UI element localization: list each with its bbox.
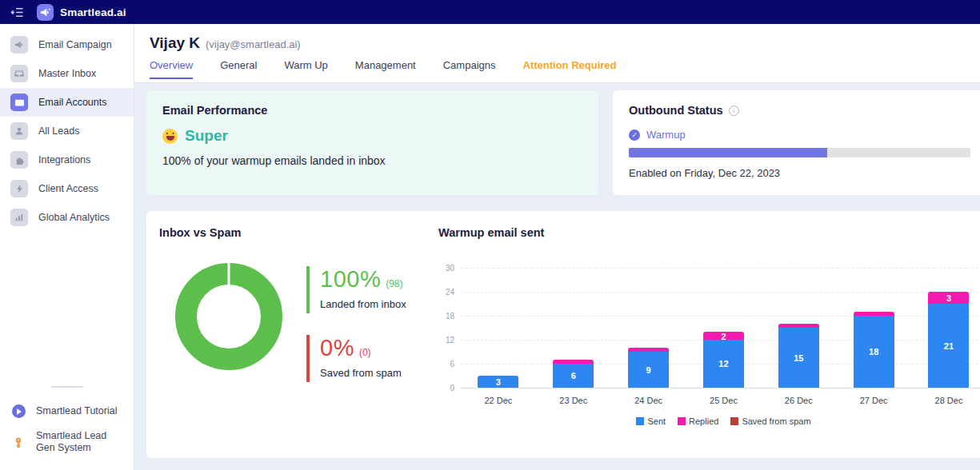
inbox-vs-spam-section: Inbox vs Spam 100%(98)Landed from inbox0… (159, 226, 427, 458)
sent-segment: 6 (553, 364, 594, 388)
sidebar-divider (51, 386, 83, 388)
megaphone-icon (10, 36, 28, 54)
sidebar-item-integrations[interactable]: Integrations (0, 145, 134, 174)
y-axis-tick: 30 (432, 264, 454, 273)
sidebar-item-email-accounts[interactable]: Email Accounts (0, 88, 134, 117)
sidebar-nav: Email CampaignMaster InboxEmail Accounts… (0, 30, 134, 232)
sidebar-item-global-analytics[interactable]: Global Analytics (0, 203, 134, 232)
y-axis-tick: 24 (432, 288, 454, 297)
replied-segment: 3 (928, 292, 969, 304)
lead-gen-icon (11, 435, 26, 449)
inbox-vs-spam-donut-chart (175, 263, 282, 370)
stat-landed-from-inbox: 100%(98)Landed from inbox (306, 266, 406, 313)
email-performance-title: Email Performance (162, 104, 582, 117)
stat-count: (0) (359, 347, 371, 358)
account-header: Vijay K (vijay@smartlead.ai) OverviewGen… (134, 24, 980, 83)
outbound-status-title: Outbound Status (629, 104, 723, 117)
gridline-y0: 0 (461, 388, 980, 388)
legend-swatch (678, 417, 686, 425)
y-axis-tick: 0 (432, 384, 454, 392)
legend-label: Saved from spam (742, 416, 810, 426)
tab-campaigns[interactable]: Campaigns (443, 59, 496, 79)
x-axis-label: 26 Dec (785, 396, 813, 405)
sidebar-item-smartlead-tutorial[interactable]: Smartlead Tutorial (0, 399, 134, 424)
y-axis-tick: 12 (432, 336, 454, 345)
sidebar-item-label: Email Accounts (38, 97, 106, 108)
sidebar: Email CampaignMaster InboxEmail Accounts… (0, 24, 134, 470)
sidebar-footer: Smartlead TutorialSmartlead Lead Gen Sys… (0, 386, 134, 470)
warmup-chart-title: Warmup email sent (438, 226, 980, 239)
y-axis-tick: 6 (432, 360, 454, 368)
x-axis-label: 28 Dec (935, 396, 963, 405)
sidebar-item-label: Master Inbox (38, 68, 96, 79)
sidebar-item-smartlead-lead-gen-system[interactable]: Smartlead Lead Gen System (0, 424, 134, 460)
sidebar-item-label: Smartlead Lead Gen System (36, 430, 126, 455)
account-email: (vijay@smartlead.ai) (206, 38, 301, 50)
stat-label: Landed from inbox (320, 298, 406, 310)
stat-count: (98) (386, 278, 402, 289)
sidebar-item-label: Smartlead Tutorial (36, 405, 117, 418)
puzzle-icon (10, 151, 28, 169)
tab-management[interactable]: Management (355, 59, 416, 79)
sidebar-item-master-inbox[interactable]: Master Inbox (0, 59, 134, 88)
sent-segment: 12 (703, 340, 744, 388)
tab-warm-up[interactable]: Warm Up (284, 59, 327, 79)
tab-general[interactable]: General (220, 59, 257, 79)
sidebar-item-label: Email Campaign (38, 39, 112, 50)
sent-segment: 21 (928, 304, 969, 388)
sidebar-item-label: Client Access (38, 183, 98, 194)
sidebar-item-client-access[interactable]: Client Access (0, 174, 134, 203)
warmup-progress-fill (629, 148, 827, 157)
warmup-email-sent-section: Warmup email sent 0612182430322 Dec623 D… (427, 226, 980, 458)
legend-label: Sent (647, 416, 666, 426)
x-axis-label: 24 Dec (634, 396, 662, 405)
x-axis-label: 22 Dec (484, 396, 512, 405)
warmup-bar-chart: 0612182430322 Dec623 Dec924 Dec21225 Dec… (461, 268, 980, 388)
legend-item-saved-from-spam: Saved from spam (730, 416, 810, 426)
inbox-vs-spam-stats: 100%(98)Landed from inbox0%(0)Saved from… (306, 266, 406, 382)
stat-label: Saved from spam (320, 367, 406, 379)
smiley-emoji-icon (162, 129, 178, 144)
sidebar-item-label: Integrations (38, 154, 90, 165)
performance-description: 100% of your warmup emails landed in inb… (162, 154, 582, 167)
info-icon[interactable]: i (729, 106, 739, 116)
warmup-enabled-date: Enabled on Friday, Dec 22, 2023 (629, 167, 970, 179)
bar-27-dec: 1827 Dec (854, 312, 894, 388)
bar-26-dec: 1526 Dec (778, 324, 819, 388)
brand-name: Smartlead.ai (60, 6, 126, 18)
x-axis-label: 27 Dec (860, 396, 888, 405)
tab-overview[interactable]: Overview (150, 59, 193, 79)
sidebar-collapse-icon[interactable] (10, 6, 24, 18)
tab-attention-required[interactable]: Attention Required (523, 59, 617, 79)
bar-24-dec: 924 Dec (628, 348, 669, 388)
sent-segment: 9 (628, 352, 669, 388)
donut-notch (228, 263, 230, 285)
warmup-progress-bar (629, 148, 970, 157)
chart-legend: SentRepliedSaved from spam (461, 416, 980, 426)
bar-25-dec: 21225 Dec (703, 332, 744, 388)
check-icon: ✓ (629, 129, 640, 141)
warmup-analytics-card: Inbox vs Spam 100%(98)Landed from inbox0… (146, 211, 980, 458)
performance-rating: Super (185, 127, 228, 145)
sent-segment: 3 (478, 376, 518, 388)
stat-percent: 100% (320, 266, 381, 293)
smartlead-logo-icon (37, 4, 54, 21)
top-navbar: Smartlead.ai (0, 0, 980, 24)
x-axis-label: 25 Dec (710, 396, 738, 405)
sidebar-item-email-campaign[interactable]: Email Campaign (0, 30, 134, 59)
y-axis-tick: 18 (432, 312, 454, 321)
stat-percent: 0% (320, 335, 354, 361)
inbox-icon (10, 65, 28, 82)
bar-28-dec: 32128 Dec (928, 292, 969, 388)
play-icon (11, 404, 26, 419)
envelope-icon (10, 94, 28, 111)
bar-23-dec: 623 Dec (553, 360, 594, 388)
stat-saved-from-spam: 0%(0)Saved from spam (306, 335, 406, 382)
sidebar-item-all-leads[interactable]: All Leads (0, 117, 134, 145)
outbound-status-card: Outbound Status i ✓ Warmup Enabled on Fr… (613, 90, 980, 195)
legend-swatch (636, 417, 644, 425)
legend-swatch (730, 417, 738, 425)
bar-22-dec: 322 Dec (478, 376, 518, 388)
bar-chart-icon (10, 209, 28, 226)
legend-item-replied: Replied (678, 416, 718, 426)
